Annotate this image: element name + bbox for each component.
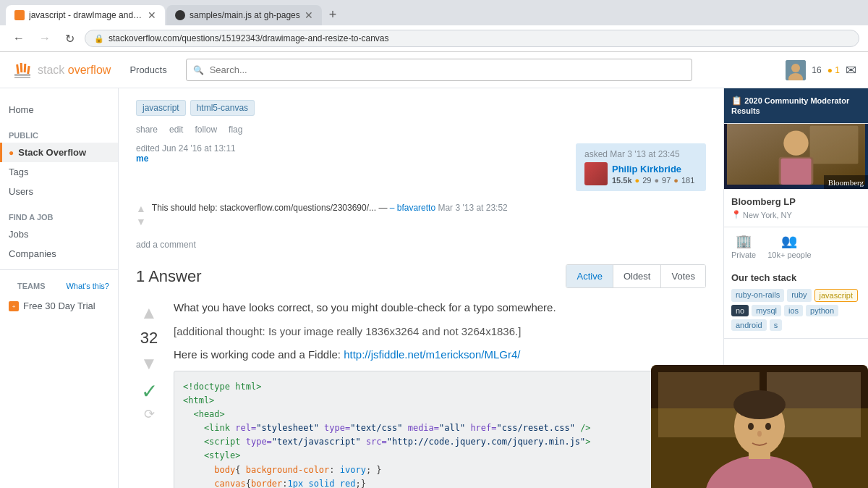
- code-line-6: <style>: [183, 449, 697, 463]
- svg-point-26: [765, 423, 771, 430]
- asker-card: asked Mar 3 '13 at 23:45 Philip Kirkbrid…: [576, 143, 706, 191]
- svg-rect-15: [780, 159, 811, 185]
- so-logo[interactable]: stack overflow: [12, 59, 111, 81]
- answer-count: 1 Answer: [136, 267, 202, 286]
- tech-tag-ror[interactable]: ruby-on-rails: [731, 289, 784, 302]
- tab-close-so[interactable]: ✕: [148, 9, 156, 21]
- tags-row: javascript html5-canvas: [136, 100, 706, 116]
- user-reputation: 16: [812, 65, 821, 75]
- back-button[interactable]: ←: [9, 30, 29, 46]
- sidebar-item-free-trial[interactable]: + Free 30 Day Trial: [0, 296, 118, 316]
- sidebar-item-companies[interactable]: Companies: [0, 244, 118, 264]
- code-line-4: <link rel="stylesheet" type="text/css" m…: [183, 421, 697, 435]
- vote-up-button[interactable]: ▲: [136, 300, 162, 326]
- moderator-text: 2020 Community Moderator Results: [731, 96, 849, 115]
- answer-text-2: [additional thought: Is your image reall…: [174, 324, 706, 340]
- tab-favicon-gh: [175, 10, 185, 20]
- tech-stack: Our tech stack ruby-on-rails ruby javasc…: [724, 265, 868, 338]
- share-link[interactable]: share: [136, 125, 158, 135]
- what-this-link[interactable]: What's this?: [66, 282, 109, 290]
- sidebar-item-jobs[interactable]: Jobs: [0, 224, 118, 244]
- search-input[interactable]: [186, 59, 692, 81]
- tab-gh[interactable]: samples/main.js at gh-pages ✕: [166, 5, 322, 25]
- url-bar[interactable]: 🔒 stackoverflow.com/questions/15192343/d…: [85, 30, 859, 47]
- sort-tab-votes[interactable]: Votes: [661, 265, 705, 287]
- tech-tag-no[interactable]: no: [731, 305, 749, 316]
- header-right: 16 ● 1 ✉: [786, 60, 856, 80]
- tag-html5-canvas[interactable]: html5-canvas: [190, 100, 255, 116]
- tag-javascript[interactable]: javascript: [136, 100, 186, 116]
- sort-tabs: Active Oldest Votes: [566, 264, 706, 288]
- moderator-banner[interactable]: 📋 2020 Community Moderator Results: [724, 88, 868, 123]
- user-avatar[interactable]: [786, 60, 806, 80]
- lock-icon: 🔒: [94, 34, 104, 43]
- svg-point-24: [733, 390, 786, 419]
- svg-point-13: [783, 130, 808, 155]
- add-comment-row: add a comment: [136, 239, 706, 250]
- history-icon[interactable]: ⟳: [144, 406, 155, 422]
- actions-row: share edit follow flag: [136, 125, 706, 135]
- sidebar-item-tags[interactable]: Tags: [0, 162, 118, 182]
- free-trial-label: Free 30 Day Trial: [23, 300, 95, 311]
- svg-point-27: [757, 431, 762, 437]
- tab-close-gh[interactable]: ✕: [305, 9, 313, 21]
- answer-body: ▲ 32 ▼ ✓ ⟳ What you have looks correct, …: [136, 300, 706, 488]
- answer-header: 1 Answer Active Oldest Votes: [136, 264, 706, 288]
- vote-down-button[interactable]: ▼: [136, 350, 162, 376]
- flag-link[interactable]: flag: [229, 125, 242, 135]
- tech-tag-android[interactable]: android: [731, 319, 767, 331]
- edit-link[interactable]: edit: [169, 125, 183, 135]
- gold-dot: ●: [635, 176, 640, 185]
- forward-button[interactable]: →: [35, 30, 55, 46]
- video-overlay: [651, 365, 868, 488]
- so-main: javascript html5-canvas share edit follo…: [119, 88, 723, 488]
- tech-stack-title: Our tech stack: [731, 272, 861, 283]
- so-header: stack overflow Products 🔍 16 ● 1 ✉: [0, 52, 868, 88]
- so-logo-icon: [12, 59, 33, 81]
- people-icon: 👥: [781, 233, 797, 249]
- products-nav-item[interactable]: Products: [122, 60, 174, 80]
- answer-text-1: What you have looks correct, so you migh…: [174, 300, 706, 316]
- inbox-icon[interactable]: ✉: [846, 62, 856, 78]
- comment-up-arrow[interactable]: ▲: [136, 203, 146, 214]
- tech-tag-s[interactable]: s: [770, 319, 783, 331]
- sidebar-item-home[interactable]: Home: [0, 100, 118, 119]
- edit-info: edited Jun 24 '16 at 13:11 me: [136, 143, 236, 164]
- fiddle-link[interactable]: http://jsfiddle.net/m1erickson/MLGr4/: [344, 348, 520, 361]
- refresh-button[interactable]: ↻: [61, 30, 79, 47]
- sidebar-teams-section: TEAMS What's this? + Free 30 Day Trial: [0, 269, 118, 316]
- svg-point-25: [748, 423, 754, 430]
- tech-tag-mysql[interactable]: mysql: [752, 305, 781, 316]
- bloomberg-company-name: Bloomberg LP: [731, 196, 861, 207]
- meta-row: edited Jun 24 '16 at 13:11 me asked Mar …: [136, 143, 706, 191]
- add-comment-link[interactable]: add a comment: [136, 240, 196, 250]
- sort-tab-active[interactable]: Active: [566, 265, 613, 287]
- tab-so[interactable]: javascript - drawImage and re... ✕: [6, 5, 165, 25]
- comment-date: Mar 3 '13 at 23:52: [438, 203, 507, 213]
- svg-rect-0: [14, 74, 30, 76]
- search-icon: 🔍: [193, 65, 204, 75]
- bloomberg-logo-text: Bloomberg: [828, 178, 864, 187]
- sort-tab-oldest[interactable]: Oldest: [613, 265, 662, 287]
- comment-attribution-link[interactable]: – bfavaretto: [390, 203, 435, 213]
- bronze-dot: ●: [673, 176, 678, 185]
- tech-tag-ruby[interactable]: ruby: [787, 289, 811, 302]
- so-site-icon: ●: [9, 148, 14, 158]
- tech-tag-ios[interactable]: ios: [784, 305, 803, 316]
- sidebar-item-so[interactable]: ● Stack Overflow: [0, 143, 118, 162]
- tech-tag-python[interactable]: python: [806, 305, 838, 316]
- asker-name[interactable]: Philip Kirkbride: [612, 164, 694, 174]
- sidebar-find-job-label: FIND A JOB: [0, 207, 118, 224]
- sidebar-teams-label: TEAMS: [9, 279, 54, 293]
- new-tab-button[interactable]: +: [323, 4, 343, 25]
- svg-rect-2: [16, 64, 20, 73]
- location-pin-icon: 📍: [731, 210, 741, 219]
- comment-down-arrow[interactable]: ▼: [136, 216, 146, 227]
- svg-rect-5: [27, 65, 30, 73]
- so-logo-text: stack overflow: [38, 64, 111, 77]
- tech-tag-js[interactable]: javascript: [814, 289, 858, 302]
- follow-link[interactable]: follow: [195, 125, 217, 135]
- svg-rect-1: [14, 77, 30, 78]
- comment-vote-arrows: ▲ ▼: [136, 203, 146, 227]
- sidebar-item-users[interactable]: Users: [0, 182, 118, 201]
